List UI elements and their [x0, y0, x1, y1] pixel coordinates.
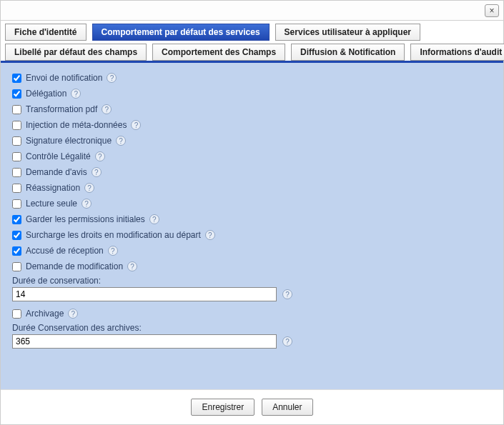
titlebar: ×: [1, 1, 503, 21]
checkbox-transformation-pdf[interactable]: [12, 105, 21, 114]
checkbox-reassignation[interactable]: [12, 184, 21, 193]
secondary-tab-row: Libellé par défaut des champs Comporteme…: [1, 41, 503, 61]
field-duree-archives: Durée Conservation des archives: ?: [8, 321, 496, 353]
checkbox-demande-modif[interactable]: [12, 262, 21, 271]
checkbox-signature-elec[interactable]: [12, 136, 21, 146]
option-label: Lecture seule: [26, 199, 77, 209]
option-label: Réassignation: [26, 183, 80, 193]
checkbox-archivage[interactable]: [12, 309, 21, 319]
checkbox-injection-meta[interactable]: [12, 121, 21, 130]
option-label: Demande de modification: [26, 261, 123, 271]
option-row-lecture-seule: Lecture seule ?: [8, 196, 496, 211]
help-icon[interactable]: ?: [116, 136, 126, 146]
help-icon[interactable]: ?: [282, 336, 292, 346]
input-duree-conservation[interactable]: [12, 287, 277, 301]
footer: Enregistrer Annuler: [1, 389, 503, 424]
help-icon[interactable]: ?: [68, 309, 78, 319]
primary-tab-row: Fiche d'identité Comportement par défaut…: [1, 21, 503, 41]
checkbox-delegation[interactable]: [12, 89, 21, 99]
option-row-transformation-pdf: Transformation pdf ?: [8, 101, 496, 117]
help-icon[interactable]: ?: [127, 261, 137, 271]
help-icon[interactable]: ?: [107, 73, 117, 83]
help-icon[interactable]: ?: [95, 151, 105, 161]
field-label: Durée Conservation des archives:: [12, 323, 492, 333]
option-row-delegation: Délégation ?: [8, 86, 496, 101]
content-panel: Envoi de notification ? Délégation ? Tra…: [1, 63, 503, 389]
checkbox-surcharge-droits[interactable]: [12, 231, 21, 240]
help-icon[interactable]: ?: [81, 199, 92, 209]
checkbox-lecture-seule[interactable]: [12, 199, 21, 209]
option-row-demande-modif: Demande de modification ?: [8, 259, 496, 274]
option-row-envoi-notification: Envoi de notification ?: [8, 70, 496, 86]
help-icon[interactable]: ?: [84, 183, 94, 193]
option-label: Accusé de réception: [26, 246, 104, 256]
close-button[interactable]: ×: [485, 4, 499, 17]
help-icon[interactable]: ?: [92, 167, 102, 177]
checkbox-demande-avis[interactable]: [12, 168, 21, 177]
tab-user-services[interactable]: Services utilisateur à appliquer: [275, 24, 420, 41]
option-row-controle-legalite: Contrôle Légalité ?: [8, 149, 496, 164]
option-row-garder-permissions: Garder les permissions initiales ?: [8, 211, 496, 227]
help-icon[interactable]: ?: [282, 289, 292, 299]
option-label: Injection de méta-données: [26, 120, 127, 130]
field-label: Durée de conservation:: [12, 276, 492, 286]
option-label: Transformation pdf: [26, 104, 97, 114]
help-icon[interactable]: ?: [71, 89, 81, 99]
option-row-archivage: Archivage ?: [8, 306, 496, 321]
option-label: Contrôle Légalité: [26, 151, 91, 161]
save-button[interactable]: Enregistrer: [191, 399, 255, 416]
tab-diffusion[interactable]: Diffusion & Notification: [291, 44, 405, 61]
help-icon[interactable]: ?: [102, 104, 112, 114]
option-label: Signature électronique: [26, 136, 112, 146]
option-row-reassignation: Réassignation ?: [8, 180, 496, 196]
checkbox-envoi-notification[interactable]: [12, 74, 21, 83]
tab-field-behavior[interactable]: Comportement des Champs: [152, 44, 285, 61]
tab-audit[interactable]: Informations d'audit: [410, 44, 504, 61]
help-icon[interactable]: ?: [149, 214, 159, 224]
option-label: Archivage: [26, 309, 64, 319]
checkbox-garder-permissions[interactable]: [12, 215, 21, 224]
checkbox-controle-legalite[interactable]: [12, 152, 21, 161]
option-label: Demande d'avis: [26, 167, 87, 177]
option-row-signature-elec: Signature électronique ?: [8, 133, 496, 149]
input-duree-archives[interactable]: [12, 334, 277, 349]
option-row-accuse-reception: Accusé de réception ?: [8, 243, 496, 259]
option-row-injection-meta: Injection de méta-données ?: [8, 117, 496, 133]
field-duree-conservation: Durée de conservation: ?: [8, 274, 496, 306]
option-row-demande-avis: Demande d'avis ?: [8, 164, 496, 180]
help-icon[interactable]: ?: [205, 230, 215, 240]
help-icon[interactable]: ?: [131, 120, 141, 130]
option-label: Surcharge les droits en modification au …: [26, 230, 201, 240]
tab-default-behavior[interactable]: Comportement par défaut des services: [92, 24, 270, 41]
option-label: Délégation: [26, 89, 66, 99]
option-label: Envoi de notification: [26, 73, 102, 83]
tab-default-labels[interactable]: Libellé par défaut des champs: [5, 44, 147, 61]
option-label: Garder les permissions initiales: [26, 214, 145, 224]
option-row-surcharge-droits: Surcharge les droits en modification au …: [8, 227, 496, 243]
dialog-window: × Fiche d'identité Comportement par défa…: [0, 0, 504, 425]
cancel-button[interactable]: Annuler: [262, 399, 312, 416]
checkbox-accuse-reception[interactable]: [12, 246, 21, 256]
help-icon[interactable]: ?: [108, 246, 118, 256]
tab-identity[interactable]: Fiche d'identité: [5, 24, 87, 41]
